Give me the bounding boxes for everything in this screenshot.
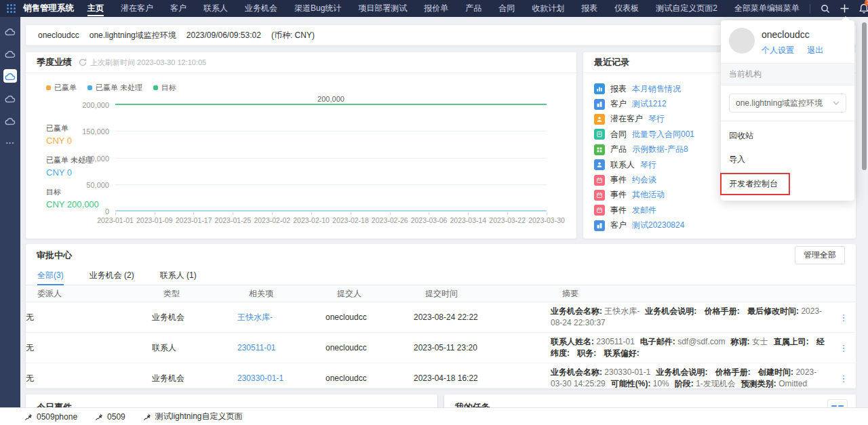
personal-settings-link[interactable]: 个人设置 xyxy=(762,45,794,55)
refresh-icon[interactable] xyxy=(79,58,87,66)
developer-console-item[interactable]: 开发者控制台 xyxy=(720,173,790,195)
user-menu-item[interactable]: 导入 xyxy=(721,148,854,171)
cloud-icon[interactable] xyxy=(3,47,17,60)
y-axis-tick-label: 0 xyxy=(105,207,109,216)
event-icon xyxy=(594,205,605,216)
column-header: 类型 xyxy=(163,288,249,300)
summary-field-label: 最后修改时间: xyxy=(747,306,801,316)
report-icon xyxy=(594,83,605,94)
cell-related-link[interactable]: 230330-01-1 xyxy=(237,373,326,383)
cell-delegate: 无 xyxy=(26,342,152,354)
record-type-label: 合同 xyxy=(610,129,627,140)
nav-item[interactable]: 全部菜单 xyxy=(734,0,767,17)
row-actions-icon[interactable]: ⋮ xyxy=(831,312,856,323)
cell-summary: 业务机会名称: 230330-01-1业务机会说明: 价格手册: 创建时间: 2… xyxy=(551,367,831,390)
column-header: 摘要 xyxy=(562,288,831,300)
manage-all-button[interactable]: 管理全部 xyxy=(795,246,845,264)
approval-tab[interactable]: 业务机会 (2) xyxy=(90,266,134,285)
summary-field-value: 230330-01-1 xyxy=(604,367,650,377)
summary-field-label: 可能性(%): xyxy=(611,379,653,388)
event-icon xyxy=(594,175,605,186)
legend-item: 已赢单 未处理 xyxy=(87,83,142,93)
nav-items: 主页潜在客户客户联系人业务机会渠道Bug统计项目部署测试报价单产品合同收款计划报… xyxy=(87,0,767,17)
search-icon[interactable] xyxy=(821,4,830,14)
nav-item[interactable]: 合同 xyxy=(498,0,515,17)
summary-field-label: 价格手册: xyxy=(715,367,753,377)
summary-field-label: 电子邮件: xyxy=(640,337,677,346)
summary-field-value: 王快水库- xyxy=(604,306,639,316)
pinned-pages-bar: 0509phone0509测试lightning自定义页面 xyxy=(0,407,868,425)
nav-item[interactable]: 主页 xyxy=(87,0,104,17)
approval-table-body: 无业务机会王快水库-onecloudcc2023-08-24 22:22业务机会… xyxy=(26,302,856,393)
more-apps-icon[interactable]: ... xyxy=(5,136,14,146)
info-username: onecloudcc xyxy=(38,31,79,40)
cell-submitter: onecloudcc xyxy=(326,343,414,352)
record-name-link[interactable]: 琴行 xyxy=(648,113,665,125)
cell-submit-time: 2023-04-18 16:22 xyxy=(414,373,551,383)
y-axis-tick-label: 50,000 xyxy=(86,181,109,189)
record-name-link[interactable]: 示例数据-产品8 xyxy=(632,144,688,155)
nav-item[interactable]: 业务机会 xyxy=(245,0,277,17)
nav-item[interactable]: 客户 xyxy=(170,0,186,17)
approval-tab[interactable]: 全部(3) xyxy=(37,266,64,285)
nav-item[interactable]: 项目部署测试 xyxy=(358,0,407,17)
notifications-bell-icon[interactable]: 12 xyxy=(859,3,868,14)
page-scrollbar-thumb[interactable] xyxy=(862,22,867,170)
column-header: 相关项 xyxy=(249,288,337,300)
current-org-section-label: 当前机构 xyxy=(721,63,854,85)
x-axis-tick-label: 2023-01-17 xyxy=(176,216,212,224)
nav-item[interactable]: 潜在客户 xyxy=(121,0,153,17)
cell-type: 联系人 xyxy=(152,342,237,354)
record-name-link[interactable]: 批量导入合同001 xyxy=(632,129,694,140)
nav-item[interactable]: 仪表板 xyxy=(614,0,639,17)
nav-item[interactable]: 渠道Bug统计 xyxy=(294,0,341,17)
summary-field-label: 联系偏好: xyxy=(604,348,639,358)
user-menu-item[interactable]: 回收站 xyxy=(721,124,854,148)
cell-submit-time: 2023-05-11 23:20 xyxy=(414,343,551,352)
org-select[interactable]: one.lightning域监控环境 xyxy=(729,94,846,113)
app-launcher-icon[interactable] xyxy=(6,3,16,14)
record-name-link[interactable]: 测试1212 xyxy=(632,98,667,110)
pushpin-icon xyxy=(24,413,33,421)
nav-item[interactable]: 报价单 xyxy=(424,0,448,17)
quarter-card-header: 季度业绩 上次刷新时间 2023-03-30 12:10:05 xyxy=(26,52,576,73)
approval-card-title: 审批中心 xyxy=(37,249,72,262)
record-name-link[interactable]: 发邮件 xyxy=(632,205,656,216)
cloud-icon[interactable] xyxy=(3,69,17,83)
nav-item[interactable]: 联系人 xyxy=(203,0,228,17)
nav-item[interactable]: 收款计划 xyxy=(532,0,564,17)
cloud-icon[interactable] xyxy=(3,114,17,127)
summary-field-label: 业务机会说明: xyxy=(656,367,709,377)
logout-link[interactable]: 退出 xyxy=(807,45,823,55)
record-type-label: 事件 xyxy=(610,189,627,201)
x-axis-tick-label: 2023-03-22 xyxy=(489,216,526,224)
edit-menu-button[interactable]: 编辑菜单 xyxy=(767,3,800,14)
dropdown-username: onecloudcc xyxy=(762,29,834,40)
row-actions-icon[interactable]: ⋮ xyxy=(831,373,856,384)
cell-related-link[interactable]: 王快水库- xyxy=(237,312,326,323)
row-actions-icon[interactable]: ⋮ xyxy=(831,343,856,353)
cloud-icon[interactable] xyxy=(3,24,17,38)
approval-center-card: 审批中心 管理全部 全部(3)业务机会 (2)联系人 (1) 委派人类型相关项提… xyxy=(26,244,856,388)
record-name-link[interactable]: 约会谈 xyxy=(632,174,656,186)
nav-item[interactable]: 产品 xyxy=(465,0,481,17)
approval-tabs: 全部(3)业务机会 (2)联系人 (1) xyxy=(26,266,856,285)
pinned-page-item[interactable]: 测试lightning自定义页面 xyxy=(143,411,243,422)
pinned-page-item[interactable]: 0509 xyxy=(95,412,125,422)
nav-item[interactable]: 测试自定义页面2 xyxy=(656,0,717,17)
chart-legend: 已赢单已赢单 未处理目标 xyxy=(46,83,176,93)
record-name-link[interactable]: 其他活动 xyxy=(632,189,665,201)
cloud-icon[interactable] xyxy=(3,92,17,105)
record-name-link[interactable]: 琴行 xyxy=(640,159,656,171)
summary-field-value: 女士 xyxy=(752,337,768,346)
nav-item[interactable]: 报表 xyxy=(581,0,597,17)
approval-tab[interactable]: 联系人 (1) xyxy=(160,266,197,285)
add-icon[interactable] xyxy=(840,4,849,13)
cell-related-link[interactable]: 230511-01 xyxy=(237,343,326,352)
x-axis-tick-label: 2023-01-25 xyxy=(215,216,252,224)
dropdown-avatar xyxy=(729,28,755,54)
record-name-link[interactable]: 测试20230824 xyxy=(632,220,684,231)
pinned-page-item[interactable]: 0509phone xyxy=(24,412,77,422)
x-axis-tick-label: 2023-01-01 xyxy=(97,216,134,224)
record-name-link[interactable]: 本月销售情况 xyxy=(632,83,681,95)
